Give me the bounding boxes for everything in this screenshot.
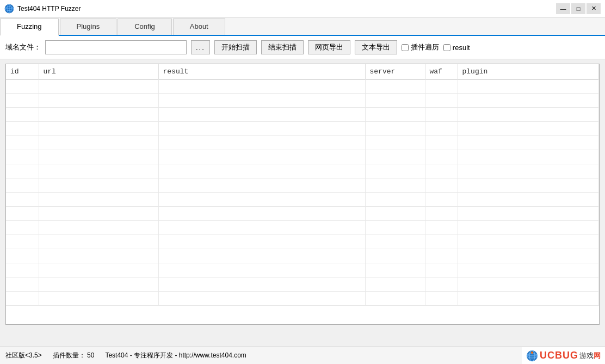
tab-plugins[interactable]: Plugins xyxy=(60,18,117,35)
plugin-count-value: 50 xyxy=(87,351,94,359)
table-row xyxy=(6,249,599,263)
col-header-id: id xyxy=(6,64,39,79)
table-row xyxy=(6,178,599,193)
title-bar-controls: — □ ✕ xyxy=(556,3,601,14)
plugin-history-label: 插件遍历 xyxy=(411,42,439,52)
data-table-container: id url result server waf plugin xyxy=(5,64,600,325)
status-left: 社区版<3.5> 插件数量： 50 Test404 - 专注程序开发 - htt… xyxy=(0,351,252,360)
window-title: Test404 HTTP Fuzzer xyxy=(17,5,81,13)
col-header-waf: waf xyxy=(425,64,458,79)
app-icon xyxy=(4,4,14,14)
table-row xyxy=(6,94,599,108)
toolbar: 域名文件： ... 开始扫描 结束扫描 网页导出 文本导出 插件遍历 resul… xyxy=(0,36,605,59)
table-row xyxy=(6,193,599,207)
tab-config[interactable]: Config xyxy=(118,18,172,35)
tab-bar: Fuzzing Plugins Config About xyxy=(0,17,605,36)
maximize-button[interactable]: □ xyxy=(571,3,585,14)
ucbug-logo: UCBUG 游戏 网 xyxy=(522,347,605,365)
table-row xyxy=(6,136,599,150)
status-right: UCBUG 游戏 网 xyxy=(522,347,605,365)
col-header-result: result xyxy=(158,64,365,79)
table-row xyxy=(6,235,599,249)
status-bar: 社区版<3.5> 插件数量： 50 Test404 - 专注程序开发 - htt… xyxy=(0,347,605,364)
plugin-history-checkbox[interactable] xyxy=(402,44,409,51)
table-row xyxy=(6,108,599,122)
result-label: result xyxy=(453,44,470,52)
table-row xyxy=(6,221,599,235)
text-export-button[interactable]: 文本导出 xyxy=(355,40,397,54)
table-row xyxy=(6,122,599,136)
ucbug-text-uc: UCBUG xyxy=(540,350,578,361)
table-row xyxy=(6,263,599,277)
brand-text: Test404 - 专注程序开发 - http://www.test404.co… xyxy=(105,351,246,360)
col-header-url: url xyxy=(39,64,158,79)
tab-about[interactable]: About xyxy=(173,18,225,35)
table-row xyxy=(6,79,599,94)
table-row xyxy=(6,277,599,292)
table-row xyxy=(6,292,599,306)
table-row xyxy=(6,207,599,221)
title-bar-left: Test404 HTTP Fuzzer xyxy=(4,4,81,14)
ucbug-globe-icon xyxy=(526,350,538,362)
browse-button[interactable]: ... xyxy=(191,40,210,54)
col-header-plugin: plugin xyxy=(458,64,599,79)
col-header-server: server xyxy=(365,64,425,79)
plugin-history-checkbox-group[interactable]: 插件遍历 xyxy=(402,42,439,52)
table-row xyxy=(6,150,599,164)
tab-fuzzing[interactable]: Fuzzing xyxy=(0,18,59,36)
minimize-button[interactable]: — xyxy=(556,3,570,14)
plugin-count-label: 插件数量： xyxy=(53,351,85,359)
ucbug-cn-text: 网 xyxy=(594,351,601,361)
result-checkbox-group[interactable]: result xyxy=(443,44,470,52)
domain-file-input[interactable] xyxy=(45,40,187,54)
domain-label: 域名文件： xyxy=(5,42,41,52)
web-export-button[interactable]: 网页导出 xyxy=(308,40,350,54)
ucbug-game-text: 游戏 xyxy=(579,351,594,361)
table-body xyxy=(6,79,599,306)
plugin-count-group: 插件数量： 50 xyxy=(53,351,95,360)
table-header: id url result server waf plugin xyxy=(6,64,599,79)
stop-scan-button[interactable]: 结束扫描 xyxy=(261,40,304,54)
svg-point-9 xyxy=(531,351,533,354)
start-scan-button[interactable]: 开始扫描 xyxy=(214,40,257,54)
close-button[interactable]: ✕ xyxy=(587,3,601,14)
data-table: id url result server waf plugin xyxy=(6,64,599,306)
version-label: 社区版<3.5> xyxy=(5,351,42,360)
result-checkbox[interactable] xyxy=(443,44,450,51)
title-bar: Test404 HTTP Fuzzer — □ ✕ xyxy=(0,0,605,17)
table-row xyxy=(6,164,599,178)
